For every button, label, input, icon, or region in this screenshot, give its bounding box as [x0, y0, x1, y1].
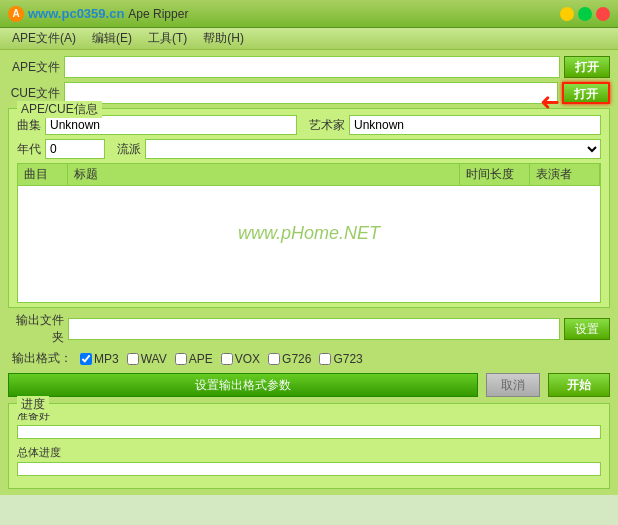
- ape-file-row: APE文件 打开: [8, 56, 610, 78]
- progress-group-title: 进度: [17, 396, 49, 413]
- album-input[interactable]: [45, 115, 297, 135]
- ape-open-button[interactable]: 打开: [564, 56, 610, 78]
- menu-bar: APE文件(A) 编辑(E) 工具(T) 帮助(H): [0, 28, 618, 50]
- format-g726-checkbox[interactable]: [268, 353, 280, 365]
- cue-open-button[interactable]: 打开: [562, 82, 610, 104]
- year-label: 年代: [17, 141, 41, 158]
- close-button[interactable]: [596, 7, 610, 21]
- progress-bar-container: [17, 425, 601, 439]
- ape-file-label: APE文件: [8, 59, 60, 76]
- menu-ape[interactable]: APE文件(A): [4, 28, 84, 49]
- menu-tools[interactable]: 工具(T): [140, 28, 195, 49]
- col-performer: 表演者: [530, 164, 600, 185]
- cue-file-label: CUE文件: [8, 85, 60, 102]
- info-group-title: APE/CUE信息: [17, 101, 102, 118]
- title-bar-left: A www.pc0359.cn Ape Ripper: [8, 6, 188, 22]
- menu-edit[interactable]: 编辑(E): [84, 28, 140, 49]
- format-g726[interactable]: G726: [268, 352, 311, 366]
- arrow-indicator: ➜: [540, 88, 560, 116]
- artist-input[interactable]: [349, 115, 601, 135]
- genre-select[interactable]: [145, 139, 601, 159]
- format-vox[interactable]: VOX: [221, 352, 260, 366]
- progress-sub-label: 准备好: [17, 408, 601, 423]
- output-folder-input[interactable]: [68, 318, 560, 340]
- format-mp3[interactable]: MP3: [80, 352, 119, 366]
- track-header: 曲目 标题 时间长度 表演者: [18, 164, 600, 186]
- format-row: 输出格式： MP3 WAV APE VOX G726 G723: [8, 350, 610, 367]
- format-params-button[interactable]: 设置输出格式参数: [8, 373, 478, 397]
- format-ape[interactable]: APE: [175, 352, 213, 366]
- format-label: 输出格式：: [12, 350, 72, 367]
- artist-label: 艺术家: [309, 117, 345, 134]
- window-title: Ape Ripper: [128, 7, 188, 21]
- year-row: 年代 流派: [17, 139, 601, 159]
- track-watermark: www.pHome.NET: [238, 223, 380, 244]
- genre-label: 流派: [117, 141, 141, 158]
- format-wav[interactable]: WAV: [127, 352, 167, 366]
- format-vox-checkbox[interactable]: [221, 353, 233, 365]
- title-bar: A www.pc0359.cn Ape Ripper: [0, 0, 618, 28]
- progress-group: 进度 准备好 总体进度: [8, 403, 610, 489]
- total-progress-label: 总体进度: [17, 445, 601, 460]
- settings-button[interactable]: 设置: [564, 318, 610, 340]
- menu-help[interactable]: 帮助(H): [195, 28, 252, 49]
- format-g723-checkbox[interactable]: [319, 353, 331, 365]
- format-ape-checkbox[interactable]: [175, 353, 187, 365]
- format-wav-checkbox[interactable]: [127, 353, 139, 365]
- info-group: APE/CUE信息 曲集 艺术家 年代 流派 曲目 标题 时间长度 表演者 ww…: [8, 108, 610, 308]
- maximize-button[interactable]: [578, 7, 592, 21]
- minimize-button[interactable]: [560, 7, 574, 21]
- app-icon: A: [8, 6, 24, 22]
- cue-file-input[interactable]: [64, 82, 558, 104]
- col-track: 曲目: [18, 164, 68, 185]
- col-title: 标题: [68, 164, 460, 185]
- track-area: 曲目 标题 时间长度 表演者 www.pHome.NET: [17, 163, 601, 303]
- output-folder-row: 输出文件夹 设置: [8, 312, 610, 346]
- watermark-text: www.pc0359.cn: [28, 6, 124, 21]
- album-label: 曲集: [17, 117, 41, 134]
- year-input[interactable]: [45, 139, 105, 159]
- action-row: 设置输出格式参数 取消 开始: [8, 373, 610, 397]
- start-button[interactable]: 开始: [548, 373, 610, 397]
- main-content: APE文件 打开 CUE文件 打开 ➜ APE/CUE信息 曲集 艺术家 年代 …: [0, 50, 618, 495]
- col-duration: 时间长度: [460, 164, 530, 185]
- window-controls: [560, 7, 610, 21]
- total-progress-bar-container: [17, 462, 601, 476]
- format-g723[interactable]: G723: [319, 352, 362, 366]
- ape-file-input[interactable]: [64, 56, 560, 78]
- format-mp3-checkbox[interactable]: [80, 353, 92, 365]
- cancel-button[interactable]: 取消: [486, 373, 540, 397]
- output-folder-label: 输出文件夹: [8, 312, 64, 346]
- album-row: 曲集 艺术家: [17, 115, 601, 135]
